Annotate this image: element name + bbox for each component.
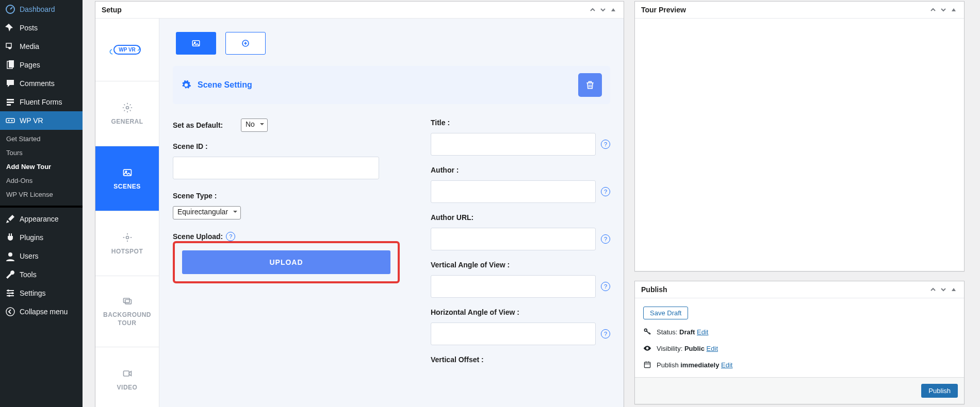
- author-input[interactable]: [431, 180, 596, 203]
- svg-point-14: [6, 308, 14, 316]
- chevron-up-icon[interactable]: [589, 6, 597, 14]
- setup-panel-title: Setup: [102, 6, 122, 14]
- svg-rect-32: [644, 362, 650, 367]
- publish-panel-head[interactable]: Publish: [635, 281, 964, 298]
- vtab-hotspot[interactable]: HOTSPOT: [95, 211, 159, 276]
- wrench-icon: [5, 269, 15, 280]
- sliders-icon: [5, 288, 15, 298]
- submenu-item-tours[interactable]: Tours: [0, 146, 83, 160]
- edit-status-link[interactable]: Edit: [697, 328, 708, 336]
- tour-preview-body: [635, 19, 964, 271]
- submenu-item-addons[interactable]: Add-Ons: [0, 174, 83, 188]
- author-url-input[interactable]: [431, 228, 596, 250]
- vtab-background-tour[interactable]: BACKGROUND TOUR: [95, 276, 159, 347]
- eye-icon: [643, 344, 651, 352]
- author-url-label: Author URL:: [431, 213, 610, 222]
- scene-id-label: Scene ID :: [173, 142, 400, 150]
- scene-upload-label: Scene Upload:: [173, 232, 223, 241]
- vtab-video[interactable]: VIDEO: [95, 347, 159, 407]
- set-default-select[interactable]: No: [241, 118, 268, 132]
- tour-preview-head[interactable]: Tour Preview: [635, 2, 964, 19]
- sidebar-item-label: Posts: [20, 24, 38, 32]
- plus-icon: [241, 39, 250, 47]
- sidebar-item-label: Collapse menu: [20, 308, 68, 316]
- scene-tab-button[interactable]: [176, 32, 216, 55]
- triangle-up-icon[interactable]: [950, 285, 958, 294]
- sidebar-item-label: Media: [20, 42, 39, 50]
- submenu-item-addnewtour[interactable]: Add New Tour: [0, 160, 83, 174]
- triangle-up-icon[interactable]: [609, 6, 617, 14]
- title-input[interactable]: [431, 133, 596, 156]
- haov-input[interactable]: [431, 323, 596, 345]
- svg-point-12: [11, 292, 13, 294]
- scene-type-label: Scene Type :: [173, 192, 400, 200]
- pin-icon: [5, 23, 15, 33]
- setup-panel: Setup WP VR: [95, 1, 624, 407]
- sidebar-item-settings[interactable]: Settings: [0, 284, 83, 302]
- chevron-down-icon[interactable]: [939, 285, 948, 294]
- scene-id-input[interactable]: [173, 157, 379, 179]
- sidebar-item-label: Comments: [20, 79, 55, 88]
- svg-point-13: [8, 295, 10, 297]
- sidebar-item-tools[interactable]: Tools: [0, 265, 83, 284]
- sidebar-item-label: Appearance: [20, 215, 59, 223]
- chevron-up-icon[interactable]: [929, 285, 937, 294]
- help-icon[interactable]: ?: [226, 232, 235, 241]
- sidebar-item-media[interactable]: Media: [0, 37, 83, 56]
- sidebar-item-plugins[interactable]: Plugins: [0, 228, 83, 247]
- help-icon[interactable]: ?: [601, 140, 610, 149]
- setup-panel-head[interactable]: Setup: [95, 2, 624, 19]
- vtab-general[interactable]: GENERAL: [95, 81, 159, 146]
- main-content: Setup WP VR: [83, 0, 980, 407]
- vaov-input[interactable]: [431, 275, 596, 298]
- sidebar-item-dashboard[interactable]: Dashboard: [0, 0, 83, 19]
- key-icon: [643, 328, 651, 336]
- svg-rect-24: [125, 299, 131, 303]
- add-scene-button[interactable]: [225, 32, 266, 55]
- upload-button[interactable]: UPLOAD: [182, 250, 390, 274]
- svg-rect-1: [6, 43, 11, 47]
- chevron-up-icon[interactable]: [929, 6, 937, 14]
- edit-schedule-link[interactable]: Edit: [721, 361, 732, 369]
- help-icon[interactable]: ?: [601, 329, 610, 338]
- triangle-up-icon[interactable]: [950, 6, 958, 14]
- sidebar-submenu-wpvr: Get Started Tours Add New Tour Add-Ons W…: [0, 130, 83, 204]
- vtab-scenes[interactable]: SCENES: [95, 146, 159, 211]
- sidebar-item-users[interactable]: Users: [0, 247, 83, 265]
- publish-button[interactable]: Publish: [921, 384, 958, 398]
- sidebar-item-fluentforms[interactable]: Fluent Forms: [0, 93, 83, 111]
- publish-panel-title: Publish: [641, 285, 667, 294]
- submenu-item-license[interactable]: WP VR License: [0, 188, 83, 201]
- user-icon: [5, 251, 15, 261]
- scene-setting-title: Scene Setting: [198, 80, 252, 90]
- chevron-down-icon[interactable]: [599, 6, 607, 14]
- image-icon: [191, 39, 201, 48]
- chevron-down-icon[interactable]: [939, 6, 948, 14]
- help-icon[interactable]: ?: [601, 234, 610, 244]
- sidebar-item-posts[interactable]: Posts: [0, 19, 83, 37]
- author-label: Author :: [431, 166, 610, 174]
- submenu-item-getstarted[interactable]: Get Started: [0, 132, 83, 146]
- svg-rect-7: [6, 118, 14, 123]
- haov-label: Horizontal Angle of View :: [431, 308, 610, 316]
- edit-visibility-link[interactable]: Edit: [707, 345, 718, 352]
- tour-preview-title: Tour Preview: [641, 6, 686, 14]
- vaov-label: Vertical Angle of View :: [431, 261, 610, 269]
- scene-type-select[interactable]: Equirectangular: [173, 206, 241, 219]
- sidebar-item-appearance[interactable]: Appearance: [0, 210, 83, 228]
- sidebar-item-comments[interactable]: Comments: [0, 74, 83, 93]
- form-icon: [5, 97, 15, 107]
- save-draft-button[interactable]: Save Draft: [643, 307, 688, 319]
- vtab-label: VIDEO: [117, 384, 138, 391]
- gear-icon: [181, 80, 191, 90]
- sidebar-item-collapse[interactable]: Collapse menu: [0, 302, 83, 321]
- help-icon[interactable]: ?: [601, 187, 610, 196]
- publish-panel: Publish Save Draft Status: Draft Edit: [634, 281, 965, 404]
- delete-scene-button[interactable]: [578, 73, 602, 97]
- vtab-label: BACKGROUND: [103, 311, 151, 318]
- help-icon[interactable]: ?: [601, 282, 610, 291]
- sidebar-item-wpvr[interactable]: WP VR: [0, 111, 83, 130]
- sidebar-item-pages[interactable]: Pages: [0, 56, 83, 74]
- calendar-icon: [643, 361, 651, 369]
- admin-sidebar: Dashboard Posts Media Pages Comments Flu…: [0, 0, 83, 407]
